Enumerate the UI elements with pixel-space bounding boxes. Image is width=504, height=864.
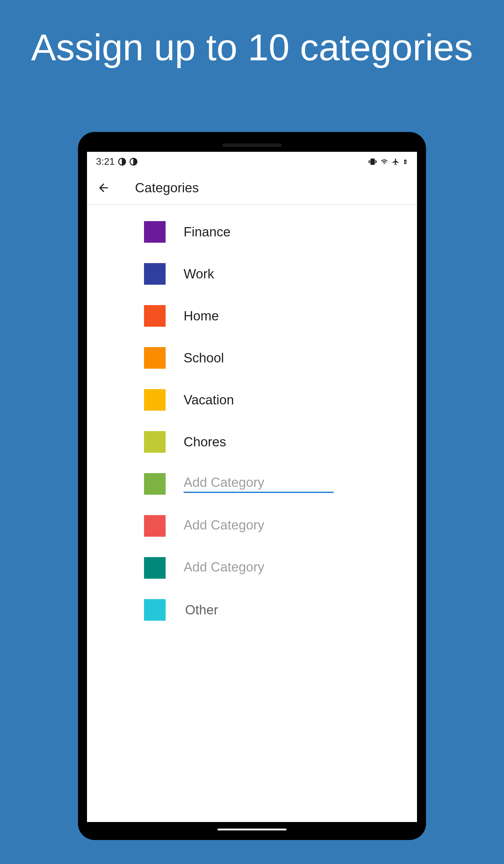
category-row-finance[interactable]: Finance — [87, 211, 417, 253]
color-swatch[interactable] — [144, 263, 166, 285]
dnd-icon — [118, 158, 126, 166]
category-label: Home — [184, 309, 219, 323]
color-swatch[interactable] — [144, 599, 166, 621]
color-swatch[interactable] — [144, 221, 166, 243]
category-label: Chores — [184, 434, 226, 449]
home-indicator[interactable] — [217, 829, 287, 830]
category-input[interactable] — [184, 517, 334, 534]
category-label: Vacation — [184, 392, 234, 407]
category-input[interactable] — [184, 475, 334, 493]
airplane-icon — [392, 158, 400, 166]
status-bar: 3:21 — [87, 152, 417, 171]
category-row-home[interactable]: Home — [87, 295, 417, 337]
page-title: Categories — [135, 180, 199, 195]
color-swatch[interactable] — [144, 347, 166, 369]
category-row-school[interactable]: School — [87, 337, 417, 379]
category-row-add-1[interactable] — [87, 463, 417, 505]
category-label: School — [184, 350, 224, 365]
category-label: Finance — [184, 224, 231, 239]
app-bar: Categories — [87, 171, 417, 205]
status-bar-right — [368, 157, 408, 166]
battery-icon — [403, 157, 408, 166]
vibrate-icon — [368, 157, 377, 166]
category-input[interactable] — [184, 560, 334, 576]
category-label: Other — [185, 602, 218, 617]
wifi-icon — [380, 158, 389, 165]
status-bar-left: 3:21 — [96, 156, 137, 167]
color-swatch[interactable] — [144, 431, 166, 453]
phone-frame: 3:21 — [78, 132, 426, 840]
color-swatch[interactable] — [144, 557, 166, 579]
phone-screen: 3:21 — [87, 152, 417, 822]
dnd-icon — [130, 158, 137, 166]
phone-inner-frame: 3:21 — [83, 137, 421, 835]
color-swatch[interactable] — [144, 515, 166, 537]
category-label: Work — [184, 266, 214, 281]
color-swatch[interactable] — [144, 473, 166, 495]
back-button[interactable] — [96, 180, 111, 195]
color-swatch[interactable] — [144, 305, 166, 327]
category-row-chores[interactable]: Chores — [87, 421, 417, 463]
category-list: Finance Work Home School — [87, 205, 417, 637]
category-row-other[interactable]: Other — [87, 589, 417, 631]
category-row-add-2[interactable] — [87, 505, 417, 547]
phone-speaker — [222, 143, 282, 147]
arrow-back-icon — [97, 181, 110, 194]
category-row-add-3[interactable] — [87, 547, 417, 589]
promo-title: Assign up to 10 categories — [0, 0, 504, 71]
category-row-vacation[interactable]: Vacation — [87, 379, 417, 421]
category-row-work[interactable]: Work — [87, 253, 417, 295]
status-time: 3:21 — [96, 156, 115, 167]
color-swatch[interactable] — [144, 389, 166, 411]
